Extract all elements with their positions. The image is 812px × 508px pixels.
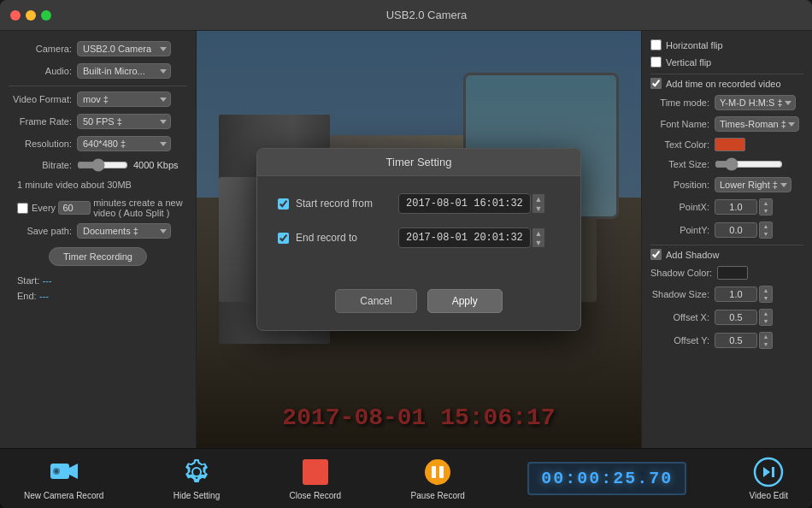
- add-shadow-checkbox[interactable]: [650, 249, 662, 260]
- vertical-flip-checkbox[interactable]: [650, 56, 662, 68]
- dialog-title: Timer Setting: [257, 149, 580, 176]
- pause-record-button[interactable]: Pause Record: [403, 453, 471, 504]
- font-name-label: Font Name:: [650, 119, 715, 129]
- pause-bar-right: [439, 466, 444, 478]
- frame-rate-select[interactable]: 50 FPS ‡: [77, 114, 171, 129]
- point-x-up[interactable]: ▲: [760, 199, 772, 207]
- offset-y-input[interactable]: [715, 333, 757, 348]
- bitrate-unit: Kbps: [156, 160, 178, 170]
- new-camera-record-button[interactable]: New Camera Record: [17, 453, 110, 504]
- save-path-select[interactable]: Documents ‡: [77, 223, 171, 239]
- add-shadow-row: Add Shadow: [650, 249, 803, 260]
- pause-record-label: Pause Record: [410, 491, 464, 500]
- video-edit-icon: [753, 457, 784, 487]
- point-x-input[interactable]: [715, 199, 757, 215]
- camera-row: Camera: USB2.0 Camera: [9, 41, 187, 56]
- shadow-size-label: Shadow Size:: [650, 289, 715, 299]
- font-name-row: Font Name: Times-Roman ‡: [650, 116, 803, 132]
- info-text: 1 minute video about: [17, 180, 107, 190]
- hide-setting-button[interactable]: Hide Setting: [167, 453, 227, 504]
- point-y-down[interactable]: ▼: [760, 230, 772, 238]
- rp-divider-1: [650, 74, 803, 74]
- shadow-size-down[interactable]: ▼: [760, 294, 772, 302]
- cancel-button[interactable]: Cancel: [335, 289, 416, 313]
- start-value: ---: [43, 275, 52, 286]
- audio-select[interactable]: Built-in Micro...: [77, 63, 171, 79]
- vertical-flip-label: Vertical flip: [666, 57, 711, 68]
- resolution-select[interactable]: 640*480 ‡: [77, 136, 171, 151]
- auto-split-label-suffix: minutes create a new video ( Auto Split …: [93, 198, 187, 218]
- point-x-arrows: ▲ ▼: [759, 198, 773, 216]
- end-spin-up[interactable]: ▲: [533, 228, 544, 238]
- end-record-checkbox[interactable]: [278, 233, 289, 244]
- end-spin-down[interactable]: ▼: [533, 238, 544, 247]
- start-label: Start:: [17, 275, 39, 286]
- point-x-spin-wrapper: ▲ ▼: [715, 198, 773, 216]
- timer-display: 00:00:25.70: [527, 462, 686, 495]
- offset-x-spin-wrapper: ▲ ▼: [715, 309, 773, 326]
- auto-split-checkbox[interactable]: [17, 203, 28, 214]
- video-edit-label: Video Edit: [750, 491, 788, 500]
- start-spinners: ▲ ▼: [533, 194, 544, 213]
- start-row: Start: ---: [9, 275, 187, 286]
- point-y-input[interactable]: [715, 222, 757, 238]
- close-record-button[interactable]: Close Record: [283, 453, 349, 504]
- auto-split-minutes-input[interactable]: [58, 201, 91, 215]
- text-size-slider[interactable]: [715, 157, 783, 171]
- resolution-row: Resolution: 640*480 ‡: [9, 136, 187, 151]
- horizontal-flip-row: Horizontal flip: [650, 39, 803, 50]
- horizontal-flip-checkbox[interactable]: [650, 39, 662, 50]
- add-time-checkbox[interactable]: [650, 78, 662, 89]
- point-x-down[interactable]: ▼: [760, 207, 772, 215]
- svg-point-3: [55, 470, 58, 473]
- camera-select[interactable]: USB2.0 Camera: [77, 41, 171, 56]
- font-name-select[interactable]: Times-Roman ‡: [715, 116, 799, 132]
- info-row: 1 minute video about 30MB: [9, 179, 187, 191]
- text-color-swatch[interactable]: [715, 138, 745, 151]
- start-record-checkbox[interactable]: [278, 198, 289, 210]
- offset-x-up[interactable]: ▲: [760, 310, 772, 317]
- point-y-label: PointY:: [650, 225, 715, 235]
- point-y-row: PointY: ▲ ▼: [650, 222, 803, 239]
- shadow-size-input[interactable]: [715, 286, 757, 302]
- point-y-spin-wrapper: ▲ ▼: [715, 222, 773, 239]
- shadow-size-up[interactable]: ▲: [760, 286, 772, 294]
- video-format-select[interactable]: mov ‡: [77, 92, 171, 107]
- start-record-datetime-input[interactable]: [398, 193, 531, 214]
- end-label: End:: [17, 291, 37, 301]
- time-mode-label: Time mode:: [650, 97, 715, 108]
- offset-x-input[interactable]: [715, 310, 757, 325]
- close-record-label: Close Record: [290, 491, 342, 500]
- point-y-up[interactable]: ▲: [760, 222, 772, 230]
- apply-button[interactable]: Apply: [427, 289, 503, 313]
- frame-rate-label: Frame Rate:: [9, 116, 77, 127]
- start-spin-down[interactable]: ▼: [533, 204, 544, 213]
- minimize-button[interactable]: [26, 10, 36, 21]
- shadow-color-swatch[interactable]: [717, 266, 748, 280]
- end-record-label: End record to: [296, 232, 398, 244]
- offset-y-up[interactable]: ▲: [760, 333, 772, 340]
- timer-dialog: Timer Setting Start record from ▲ ▼: [256, 148, 581, 331]
- end-record-datetime-input[interactable]: [398, 227, 531, 248]
- start-spin-up[interactable]: ▲: [533, 194, 544, 204]
- close-button[interactable]: [10, 10, 21, 21]
- time-mode-select[interactable]: Y-M-D H:M:S ‡: [715, 95, 796, 110]
- save-path-row: Save path: Documents ‡: [9, 223, 187, 239]
- position-label: Position:: [650, 180, 715, 190]
- video-edit-button[interactable]: Video Edit: [743, 453, 795, 504]
- vertical-flip-row: Vertical flip: [650, 56, 803, 68]
- camera-view: 2017-08-01 15:06:17 Timer Setting Start …: [197, 31, 641, 448]
- timer-recording-button[interactable]: Timer Recording: [49, 247, 147, 266]
- camera-record-icon: [49, 457, 79, 487]
- maximize-button[interactable]: [41, 10, 51, 21]
- offset-x-arrows: ▲ ▼: [759, 309, 773, 326]
- position-select[interactable]: Lower Right ‡: [715, 177, 791, 192]
- rp-divider-2: [650, 245, 803, 245]
- add-time-label: Add time on recorded video: [666, 79, 781, 89]
- shadow-size-arrows: ▲ ▼: [759, 286, 773, 303]
- bitrate-row: Bitrate: 4000 Kbps: [9, 158, 187, 172]
- bitrate-slider[interactable]: [77, 158, 128, 172]
- point-y-arrows: ▲ ▼: [759, 222, 773, 239]
- offset-y-down[interactable]: ▼: [760, 340, 772, 348]
- offset-x-down[interactable]: ▼: [760, 317, 772, 325]
